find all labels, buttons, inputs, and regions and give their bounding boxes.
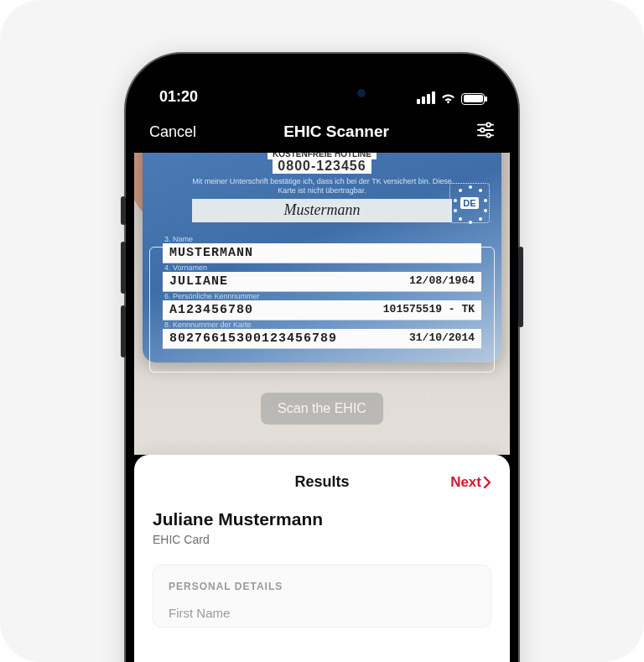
signature-strip: Mustermann: [192, 199, 452, 222]
cellular-icon: [417, 91, 435, 106]
status-time: 01:20: [159, 88, 198, 106]
first-name-label: First Name: [169, 606, 475, 620]
next-button[interactable]: Next: [450, 474, 491, 491]
eu-flag-icon: DE: [449, 183, 490, 223]
volume-up-button: [121, 242, 126, 294]
card-type-label: EHIC Card: [153, 533, 491, 546]
svg-point-1: [486, 122, 491, 127]
wifi-icon: [440, 92, 456, 105]
section-heading: PERSONAL DETAILS: [169, 581, 475, 592]
camera-preview: EUROPÄISCHE KRANKENVERSICHERUNGSKARTE KO…: [134, 153, 510, 455]
results-sheet: Results Next Juliane Mustermann EHIC Car…: [134, 455, 510, 662]
phone-frame: 01:20 Cancel EHIC Scanner: [124, 52, 520, 662]
side-button: [121, 196, 126, 225]
camera-dot-icon: [357, 89, 366, 97]
cancel-button[interactable]: Cancel: [149, 123, 196, 141]
nav-bar: Cancel EHIC Scanner: [134, 111, 510, 153]
chevron-right-icon: [483, 476, 491, 489]
details-card: PERSONAL DETAILS First Name: [153, 565, 491, 628]
power-button: [518, 247, 523, 327]
svg-point-5: [486, 133, 491, 138]
field-label-name: 3. Name: [163, 235, 481, 243]
dynamic-island: [268, 77, 376, 109]
volume-down-button: [121, 305, 126, 357]
results-title: Results: [294, 473, 349, 491]
svg-point-3: [480, 128, 485, 133]
person-name: Juliane Mustermann: [153, 509, 491, 529]
next-label: Next: [450, 474, 481, 491]
hotline-number: 0800-123456: [273, 158, 371, 174]
screen-title: EHIC Scanner: [283, 122, 389, 141]
settings-icon[interactable]: [476, 122, 495, 142]
scan-button[interactable]: Scan the EHIC: [261, 393, 383, 425]
card-disclaimer: Mit meiner Unterschrift bestätige ich, d…: [143, 177, 501, 195]
scan-frame-overlay: [149, 247, 495, 373]
battery-icon: [461, 93, 485, 105]
